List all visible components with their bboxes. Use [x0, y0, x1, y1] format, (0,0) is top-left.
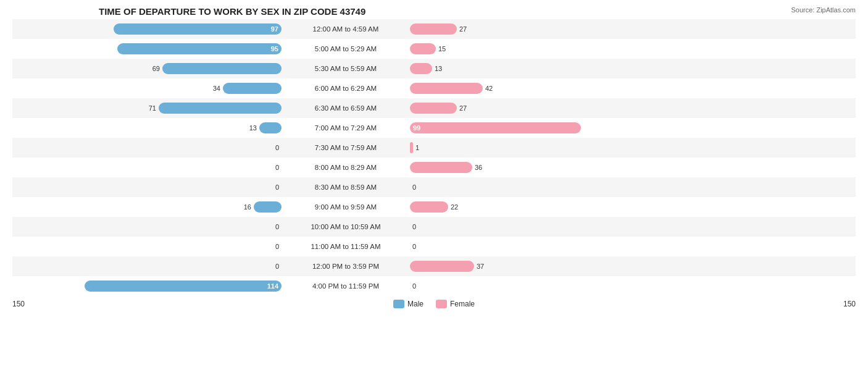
female-bar — [410, 261, 474, 272]
male-value-outside: 13 — [249, 124, 257, 132]
chart-title: TIME OF DEPARTURE TO WORK BY SEX IN ZIP … — [12, 6, 856, 17]
female-zero: 0 — [412, 282, 416, 290]
right-section: 37 — [407, 261, 856, 272]
legend-female: Female — [436, 300, 475, 308]
right-section: 27 — [407, 23, 856, 35]
time-label: 7:00 AM to 7:29 AM — [284, 124, 407, 132]
male-bar: 95 — [117, 43, 282, 54]
right-section: 13 — [407, 63, 856, 74]
time-label: 8:00 AM to 8:29 AM — [284, 164, 407, 171]
left-section: 0 — [12, 144, 284, 151]
male-bar: 114 — [85, 281, 282, 292]
left-section: 0 — [12, 243, 284, 250]
female-bar — [410, 142, 413, 153]
right-section: 27 — [407, 103, 856, 114]
female-value-outside: 27 — [459, 104, 467, 112]
right-section: 99 — [407, 122, 856, 133]
time-label: 8:30 AM to 8:59 AM — [284, 184, 407, 191]
chart-row: 114 4:00 PM to 11:59 PM 0 — [12, 276, 856, 296]
male-value-outside: 69 — [152, 65, 160, 72]
male-zero: 0 — [275, 144, 279, 151]
female-value-outside: 36 — [475, 164, 482, 171]
male-value-outside: 34 — [213, 85, 220, 92]
chart-row: 95 5:00 AM to 5:29 AM 15 — [12, 39, 856, 59]
chart-row: 0 8:30 AM to 8:59 AM 0 — [12, 177, 856, 197]
scale-right: 150 — [825, 300, 856, 308]
chart-row: 69 5:30 AM to 5:59 AM 13 — [12, 59, 856, 78]
time-label: 5:00 AM to 5:29 AM — [284, 45, 407, 53]
female-bar — [410, 103, 457, 114]
time-label: 11:00 AM to 11:59 AM — [284, 243, 407, 250]
male-value-outside: 71 — [149, 104, 156, 112]
male-zero: 0 — [275, 184, 279, 191]
male-value-inside: 97 — [271, 25, 278, 33]
left-section: 13 — [12, 122, 284, 133]
source-label: Source: ZipAtlas.com — [791, 6, 856, 14]
left-section: 0 — [12, 164, 284, 171]
chart-row: 97 12:00 AM to 4:59 AM 27 — [12, 19, 856, 39]
female-value-outside: 27 — [459, 25, 467, 33]
female-bar — [410, 83, 483, 94]
female-value-outside: 42 — [485, 85, 493, 92]
female-bar — [410, 162, 472, 173]
right-section: 15 — [407, 43, 856, 54]
left-section: 114 — [12, 281, 284, 292]
female-bar — [410, 63, 432, 74]
chart-container: TIME OF DEPARTURE TO WORK BY SEX IN ZIP … — [0, 0, 868, 367]
legend-male-label: Male — [407, 300, 424, 308]
chart-area: 97 12:00 AM to 4:59 AM 27 95 5:00 AM to … — [12, 19, 856, 296]
time-label: 5:30 AM to 5:59 AM — [284, 65, 407, 72]
chart-row: 0 7:30 AM to 7:59 AM 1 — [12, 138, 856, 158]
chart-row: 0 8:00 AM to 8:29 AM 36 — [12, 158, 856, 177]
female-zero: 0 — [412, 184, 416, 191]
chart-row: 0 10:00 AM to 10:59 AM 0 — [12, 217, 856, 237]
male-zero: 0 — [275, 243, 279, 250]
scale-left: 150 — [12, 300, 43, 308]
chart-row: 71 6:30 AM to 6:59 AM 27 — [12, 98, 856, 118]
chart-row: 13 7:00 AM to 7:29 AM 99 — [12, 118, 856, 138]
right-section: 22 — [407, 201, 856, 213]
male-value-outside: 16 — [244, 203, 251, 211]
chart-row: 16 9:00 AM to 9:59 AM 22 — [12, 197, 856, 217]
legend-female-label: Female — [450, 300, 475, 308]
legend-male-color — [393, 300, 404, 308]
right-section: 1 — [407, 142, 856, 153]
left-section: 69 — [12, 63, 284, 74]
female-value-outside: 15 — [438, 45, 446, 53]
right-section: 42 — [407, 83, 856, 94]
left-section: 97 — [12, 23, 284, 35]
male-bar — [259, 122, 282, 133]
male-value-inside: 114 — [267, 282, 278, 290]
legend-female-color — [436, 300, 447, 308]
chart-row: 0 11:00 AM to 11:59 AM 0 — [12, 237, 856, 256]
time-label: 6:30 AM to 6:59 AM — [284, 104, 407, 112]
male-zero: 0 — [275, 164, 279, 171]
right-section: 0 — [407, 184, 856, 191]
female-value-inside: 99 — [413, 124, 420, 132]
male-zero: 0 — [275, 263, 279, 270]
female-bar — [410, 201, 448, 213]
left-section: 0 — [12, 184, 284, 191]
left-section: 95 — [12, 43, 284, 54]
chart-row: 0 12:00 PM to 3:59 PM 37 — [12, 256, 856, 276]
chart-row: 34 6:00 AM to 6:29 AM 42 — [12, 78, 856, 98]
time-label: 12:00 AM to 4:59 AM — [284, 25, 407, 33]
left-section: 0 — [12, 223, 284, 230]
chart-footer: 150 Male Female 150 — [12, 300, 856, 308]
right-section: 0 — [407, 282, 856, 290]
time-label: 6:00 AM to 6:29 AM — [284, 85, 407, 92]
female-value-outside: 22 — [451, 203, 458, 211]
female-value-outside: 1 — [415, 144, 419, 151]
female-bar — [410, 23, 457, 35]
time-label: 9:00 AM to 9:59 AM — [284, 203, 407, 211]
right-section: 36 — [407, 162, 856, 173]
left-section: 16 — [12, 201, 284, 213]
male-bar — [162, 63, 282, 74]
male-zero: 0 — [275, 223, 279, 230]
female-zero: 0 — [412, 243, 416, 250]
left-section: 0 — [12, 263, 284, 270]
time-label: 4:00 PM to 11:59 PM — [284, 282, 407, 290]
time-label: 10:00 AM to 10:59 AM — [284, 223, 407, 230]
left-section: 34 — [12, 83, 284, 94]
right-section: 0 — [407, 243, 856, 250]
